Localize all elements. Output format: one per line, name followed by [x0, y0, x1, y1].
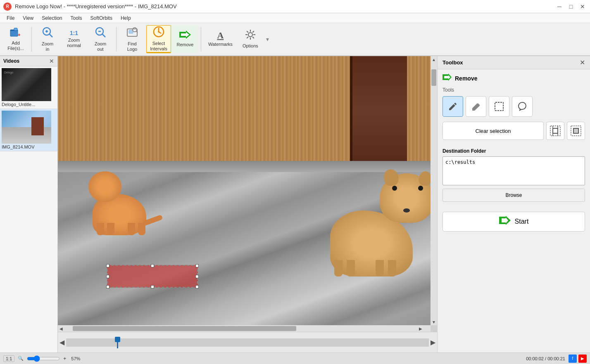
toolbar-zoom-normal-button[interactable]: 1:1 Zoomnormal	[62, 25, 86, 53]
svg-rect-32	[495, 102, 503, 111]
scroll-right-button[interactable]: ▶	[417, 325, 424, 332]
zoom-in-label: Zoomin	[42, 41, 53, 52]
toolbox-panel: Toolbox ✕ Remove Tools	[437, 56, 590, 352]
toolbar-add-files-button[interactable]: + AddFile(s)...	[3, 25, 28, 53]
timeline-next-button[interactable]: ▶	[431, 338, 435, 346]
add-files-label: AddFile(s)...	[7, 40, 24, 51]
svg-line-28	[247, 37, 248, 39]
browse-button[interactable]: Browse	[442, 189, 585, 202]
status-time: 00:00:02 / 00:00:21	[526, 356, 565, 361]
select-intervals-icon	[153, 26, 164, 39]
find-logo-icon	[126, 26, 138, 40]
add-files-icon: +	[10, 27, 21, 39]
toolbar-remove-button[interactable]: Remove	[173, 25, 197, 53]
selection-handle-bc[interactable]	[151, 285, 154, 288]
toolbar-select-intervals-button[interactable]: SelectIntervals	[146, 25, 171, 53]
zoom-minus-icon[interactable]: 🔍	[18, 356, 24, 361]
toolbox-close-button[interactable]: ✕	[580, 59, 585, 66]
zoom-plus-icon[interactable]: +	[63, 356, 66, 362]
selection-handle-ml[interactable]	[106, 275, 109, 278]
selection-handle-tc[interactable]	[151, 264, 154, 267]
svg-line-29	[252, 31, 254, 33]
expand-selection-button[interactable]	[546, 122, 564, 140]
selection-box[interactable]	[107, 265, 198, 288]
toolbar-separator-2	[116, 27, 117, 52]
svg-rect-33	[550, 126, 560, 136]
selection-handle-bl[interactable]	[106, 285, 109, 288]
timeline-cursor-head	[115, 337, 120, 342]
svg-line-26	[247, 31, 248, 33]
tool-rect-select-button[interactable]	[489, 96, 509, 117]
selection-handle-tl[interactable]	[106, 264, 109, 267]
svg-rect-40	[573, 128, 578, 133]
toolbar-zoom-out-button[interactable]: Zoomout	[88, 25, 113, 53]
menu-selection[interactable]: Selection	[38, 14, 65, 22]
shrink-selection-button[interactable]	[567, 122, 585, 140]
tool-pencil-button[interactable]	[442, 96, 463, 117]
video-item-1[interactable]: Delogo Delogo_Untitle...	[0, 66, 57, 109]
dog-figure	[326, 169, 433, 277]
video-scrollbar-right[interactable]: ▲ ▼	[431, 56, 437, 332]
tool-lasso-button[interactable]	[512, 96, 533, 117]
watermarks-icon: A	[217, 31, 224, 40]
zoom-normal-icon: 1:1	[70, 30, 78, 36]
scroll-down-button[interactable]: ▼	[431, 319, 437, 325]
main-area: Videos ✕ Delogo Delogo_Untitle... IMG_82…	[0, 56, 590, 352]
clear-selection-button[interactable]: Clear selection	[442, 122, 544, 140]
video-canvas[interactable]: ▲ ▼ ◀ ▶	[58, 56, 437, 332]
video-thumb-1: Delogo	[2, 68, 51, 101]
youtube-button[interactable]: ▶	[578, 355, 587, 363]
selection-handle-br[interactable]	[195, 285, 199, 288]
menu-help[interactable]: Help	[117, 14, 134, 22]
timeline-controls: ◀	[59, 338, 64, 346]
toolbar-more-button[interactable]: ▾	[266, 36, 269, 43]
maximize-button[interactable]: □	[567, 2, 575, 11]
toolbar-find-logo-button[interactable]: FindLogo	[120, 25, 145, 53]
toolbar: + AddFile(s)... Zoomin 1:1 Zoomnormal	[0, 23, 590, 56]
menu-softorbits[interactable]: SoftOrbits	[87, 14, 116, 22]
svg-point-21	[248, 33, 252, 37]
toolbar-separator-1	[31, 27, 32, 52]
video2-label: IMG_8214.MOV	[2, 144, 56, 149]
menu-file[interactable]: File	[3, 14, 18, 22]
dest-folder-section: Destination Folder c:\results Browse	[438, 143, 590, 207]
video-scrollbar-bottom[interactable]: ◀ ▶	[58, 325, 431, 332]
timeline-track[interactable]	[66, 338, 429, 347]
video1-thumb-text: Delogo	[4, 71, 49, 75]
scroll-up-button[interactable]: ▲	[431, 56, 437, 63]
timeline-prev-button[interactable]: ◀	[59, 338, 64, 346]
options-label: Options	[243, 43, 258, 49]
time-total: 00:00:21	[547, 356, 565, 361]
scroll-left-button[interactable]: ◀	[58, 325, 64, 332]
start-btn-row: Start	[438, 207, 590, 236]
tools-label: Tools	[438, 85, 590, 95]
minimize-button[interactable]: ─	[555, 2, 564, 11]
clear-selection-row: Clear selection	[438, 118, 590, 143]
scroll-thumb-horizontal[interactable]	[73, 326, 296, 331]
videos-panel-close-button[interactable]: ✕	[49, 58, 54, 64]
toolbar-options-button[interactable]: Options	[238, 25, 263, 53]
title-bar-left: R Remove Logo Now! - ****Unregistered ve…	[3, 2, 177, 11]
video-item-2[interactable]: IMG_8214.MOV	[0, 109, 57, 151]
zoom-normal-label: Zoomnormal	[67, 38, 81, 48]
svg-line-10	[102, 34, 105, 37]
video-frame	[58, 56, 437, 332]
app-icon: R	[3, 2, 12, 11]
timeline-cursor[interactable]	[117, 337, 118, 348]
menu-tools[interactable]: Tools	[67, 14, 86, 22]
cat-figure	[84, 161, 192, 235]
toolbox-title: Toolbox	[442, 59, 463, 66]
scroll-thumb-vertical[interactable]	[431, 69, 436, 86]
close-button[interactable]: ✕	[578, 2, 587, 11]
tool-eraser-button[interactable]	[466, 96, 486, 117]
zoom-slider[interactable]	[27, 357, 60, 361]
dest-folder-input[interactable]: c:\results	[442, 156, 585, 185]
selection-handle-tr[interactable]	[195, 264, 199, 267]
menu-view[interactable]: View	[19, 14, 37, 22]
toolbar-watermarks-button[interactable]: A Watermarks	[205, 25, 236, 53]
start-button[interactable]: Start	[442, 212, 585, 232]
facebook-button[interactable]: f	[569, 355, 577, 363]
svg-text:+: +	[18, 32, 20, 37]
toolbar-zoom-in-button[interactable]: Zoomin	[35, 25, 60, 53]
selection-handle-mr[interactable]	[195, 275, 199, 278]
